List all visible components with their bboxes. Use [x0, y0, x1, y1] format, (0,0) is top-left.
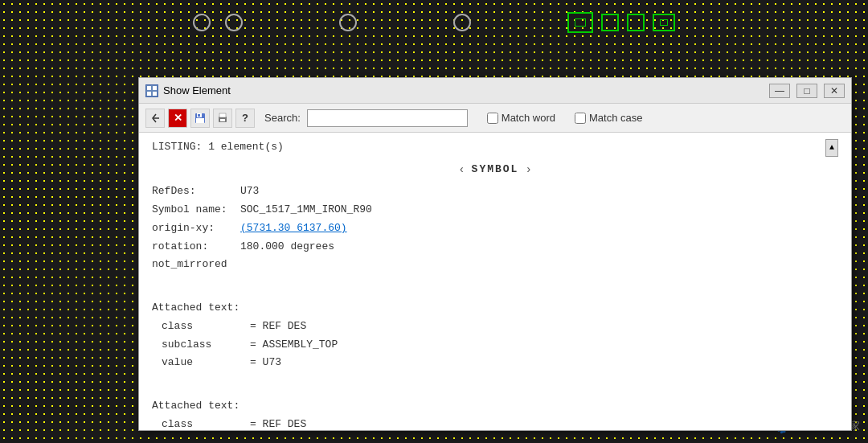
next-symbol-button[interactable]: ›: [525, 161, 531, 178]
attached-text-1-block: Attached text: class = REF DES subclass …: [152, 300, 838, 371]
top-green-square-1: [601, 14, 619, 31]
at1-class-value: = REF DES: [250, 318, 306, 335]
match-word-label: Match word: [502, 112, 555, 124]
refdes-row: RefDes: U73: [152, 183, 838, 200]
minimize-button[interactable]: —: [769, 84, 790, 98]
svg-rect-3: [147, 92, 151, 96]
rotation-label: rotation:: [152, 239, 240, 256]
symbol-name-value: SOC_1517_1MM_IRON_R90: [240, 202, 372, 219]
attached-text-2-block: Attached text: class = REF DES subclass …: [152, 398, 838, 430]
attached-text-1-header: Attached text:: [152, 300, 838, 317]
svg-rect-8: [198, 114, 200, 117]
toolbar-close-button[interactable]: ✕: [168, 109, 187, 128]
symbol-label: SYMBOL: [472, 162, 519, 178]
at1-value-value: = U73: [250, 355, 281, 371]
at1-class-label: class: [162, 318, 250, 335]
match-case-label: Match case: [589, 112, 642, 124]
window-controls: — □ ✕: [769, 84, 845, 98]
rotation-row: rotation: 180.000 degrees: [152, 239, 838, 256]
svg-rect-4: [153, 92, 157, 96]
print-button[interactable]: [213, 109, 232, 128]
content-area[interactable]: ▲ LISTING: 1 element(s) ‹ SYMBOL › RefDe…: [139, 133, 851, 430]
scroll-top-button[interactable]: ▲: [825, 139, 838, 157]
back-button[interactable]: [145, 109, 165, 128]
attached-text-2-header: Attached text:: [152, 398, 838, 415]
maximize-button[interactable]: □: [796, 84, 817, 98]
close-button[interactable]: ✕: [824, 84, 845, 98]
search-label: Search:: [264, 112, 301, 124]
dialog-icon: [145, 84, 158, 97]
top-circle-2: [225, 14, 243, 31]
at1-subclass-label: subclass: [162, 337, 250, 354]
search-input[interactable]: [307, 109, 468, 127]
at2-class-value: = REF DES: [250, 416, 306, 430]
top-green-rect-1: [567, 12, 593, 33]
top-bar: [0, 0, 868, 44]
help-button[interactable]: ?: [235, 109, 255, 128]
at1-value-row: value = U73: [152, 355, 838, 371]
top-green-rect-2: [653, 14, 675, 31]
match-word-group: Match word: [487, 112, 555, 124]
top-circle-3: [339, 14, 357, 31]
at1-subclass-value: = ASSEMBLY_TOP: [250, 337, 338, 354]
symbol-nav: ‹ SYMBOL ›: [152, 161, 838, 178]
svg-rect-11: [219, 113, 226, 117]
at1-subclass-row: subclass = ASSEMBLY_TOP: [152, 337, 838, 354]
origin-xy-row: origin-xy: (5731.30 6137.60): [152, 220, 838, 237]
toolbar: ✕ ? Search: Match wor: [139, 104, 851, 133]
svg-rect-2: [153, 86, 157, 90]
top-green-square-2: [627, 14, 645, 31]
match-word-checkbox[interactable]: [487, 113, 498, 124]
at2-class-label: class: [162, 416, 250, 430]
refdes-block: RefDes: U73 Symbol name: SOC_1517_1MM_IR…: [152, 183, 838, 273]
at1-value-label: value: [162, 355, 250, 371]
match-case-checkbox[interactable]: [575, 113, 586, 124]
symbol-name-row: Symbol name: SOC_1517_1MM_IRON_R90: [152, 202, 838, 219]
origin-xy-value[interactable]: (5731.30 6137.60): [240, 220, 347, 237]
svg-rect-1: [147, 86, 151, 90]
prev-symbol-button[interactable]: ‹: [458, 161, 465, 178]
refdes-value: U73: [240, 183, 259, 200]
at2-class-row: class = REF DES: [152, 416, 838, 430]
show-element-dialog: Show Element — □ ✕ ✕: [138, 77, 852, 431]
top-icons: [193, 12, 675, 33]
not-mirrored-row: not_mirrored: [152, 256, 838, 273]
rotation-value: 180.000 degrees: [240, 239, 334, 256]
not-mirrored-value: not_mirrored: [152, 256, 227, 273]
dialog-title: Show Element: [163, 84, 769, 96]
title-bar: Show Element — □ ✕: [139, 78, 851, 104]
svg-rect-12: [220, 119, 225, 121]
search-area: Search: Match word Match case: [264, 109, 845, 127]
at1-class-row: class = REF DES: [152, 318, 838, 335]
symbol-name-label: Symbol name:: [152, 202, 240, 219]
origin-xy-label: origin-xy:: [152, 220, 240, 237]
top-circle-4: [453, 14, 471, 31]
refdes-label: RefDes:: [152, 183, 240, 200]
match-case-group: Match case: [575, 112, 642, 124]
listing-line: LISTING: 1 element(s): [152, 139, 838, 156]
save-button[interactable]: [190, 109, 210, 128]
top-circle-1: [193, 14, 211, 31]
svg-rect-9: [196, 118, 204, 123]
